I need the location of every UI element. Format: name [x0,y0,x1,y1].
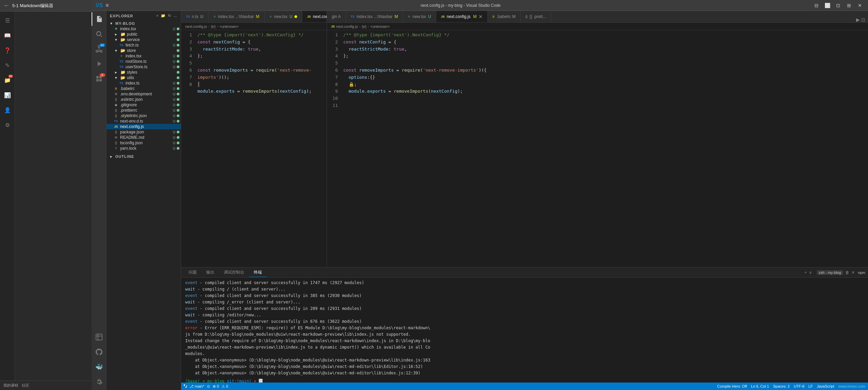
activity-docker[interactable]: 🐳 [92,360,107,374]
close-panel-btn[interactable]: ✕ [851,270,855,275]
panel-tab-problems[interactable]: 问题 [184,268,201,277]
tree-item-userstore[interactable]: TS userStore.ts U [107,64,181,70]
split-icon[interactable]: ⊡ [861,17,865,22]
tab-index-tsx-r[interactable]: TS index.tsx ...\\Navbar M [346,11,403,22]
tree-item-tsconfig[interactable]: {} tsconfig.json U [107,140,181,146]
activity-settings[interactable] [92,375,107,389]
tree-root[interactable]: ▾ MY-BLOG [107,21,181,26]
tab-modified: M [394,14,398,19]
svg-point-0 [97,32,101,36]
tab-next-config-r[interactable]: JS next.config.js M ✕ [436,11,488,22]
layout-btn-2[interactable]: ⬜ [823,2,831,9]
back-button[interactable]: ← [3,2,9,9]
tree-item-utils[interactable]: ▾ 📂 utils [107,75,181,80]
course-icon-book[interactable]: 📖 [1,29,14,41]
tab-prettier-r[interactable]: {} {} .prett... [521,11,551,22]
tree-item-prettierrc[interactable]: {} .prettierrc U [107,108,181,113]
menu-icon[interactable]: ≡ [105,2,109,8]
trash-btn[interactable]: 🗑 [845,270,849,275]
course-icon-data[interactable]: 📊 [1,89,14,101]
refresh-icon[interactable]: ↻ [168,14,171,18]
terminal-content[interactable]: event - compiled client and server succe… [181,278,868,383]
new-folder-icon[interactable]: 📁 [161,14,166,18]
tree-item-package-json[interactable]: {} package.json U [107,129,181,135]
course-icon-files[interactable]: 📁42 [1,74,14,86]
tab-new-tsx[interactable]: ⚛ new.tsx U [265,11,303,22]
tree-item-readme[interactable]: M README.md U [107,135,181,140]
tree-item-fetch-ts[interactable]: TS fetch.ts U [107,42,181,48]
more-actions-icon[interactable]: … [173,14,177,18]
activity-search[interactable] [92,27,107,41]
my-courses-link[interactable]: 我的课程 [3,383,18,388]
tree-item-index-tsx[interactable]: ⚛ index.tsx U [107,26,181,32]
activity-github[interactable] [92,345,107,359]
close-btn[interactable]: ✕ [856,2,864,9]
modified-dot [177,109,179,112]
sync-icon[interactable]: ⊙ [207,384,210,389]
tree-item-env-dev[interactable]: ⚙ .env.development U [107,91,181,97]
tab-next-config-left[interactable]: JS next.config.js [302,11,327,22]
tsx-icon: ⚛ [119,54,124,58]
tree-item-public[interactable]: ▸ 📁 public [107,32,181,37]
course-icon-profile[interactable]: 👤 [1,104,14,116]
activity-git[interactable]: 42 [92,42,107,56]
community-link[interactable]: 社区 [22,383,29,388]
tree-item-next-config[interactable]: JS next.config.js [107,124,181,129]
panel-tab-output[interactable]: 输出 [201,268,219,277]
tree-item-store[interactable]: ▾ 📂 store [107,48,181,53]
tree-item-styles[interactable]: ▸ 📁 styles [107,70,181,75]
activity-remote[interactable] [92,330,107,344]
branch-icon [184,384,188,388]
course-icon-settings[interactable]: ⚙ [1,119,14,131]
tab-gin-a[interactable]: gin A [327,11,346,22]
indentation[interactable]: Spaces: 2 [773,384,790,388]
layout-btn-1[interactable]: ⊟ [812,2,821,9]
language-mode[interactable]: JavaScript [817,384,834,388]
tree-item-stylelintrc[interactable]: {} .stylelintrc.json U [107,113,181,118]
error-count[interactable]: ⊗ 0 [213,384,219,389]
tab-n-ts[interactable]: TS n.ts U [181,11,209,22]
tab-index-tsx[interactable]: ⚛ index.tsx ...\\Navbar M [209,11,265,22]
tree-item-next-env[interactable]: TS next-env.d.ts U [107,118,181,124]
right-code-content[interactable]: /** @type {import('next').NextConfig} */… [341,30,868,267]
tree-item-yarn-lock[interactable]: Y yarn.lock U [107,146,181,151]
left-code-content[interactable]: /** @type {import('next').NextConfig} */… [195,30,327,267]
compile-hero[interactable]: Compile Hero: Off [717,384,747,388]
terminal-tag: zsh - my-blog [817,270,843,275]
activity-run[interactable] [92,57,107,71]
git-status[interactable]: ⎇ main* [184,384,204,389]
cursor-position[interactable]: Ln 6, Col 1 [751,384,769,388]
line-ending[interactable]: LF [808,384,813,388]
tree-item-rootstore[interactable]: TS rootStore.ts U [107,59,181,64]
run-icon[interactable]: ▶ [856,17,860,22]
activity-explorer[interactable] [92,12,107,26]
tab-close-btn[interactable]: ✕ [479,14,483,19]
course-icon-qa[interactable]: ❓ [1,44,14,56]
layout-btn-4[interactable]: ⊞ [845,2,853,9]
tree-item-gitignore[interactable]: ◉ .gitignore U [107,102,181,108]
course-icon-notes[interactable]: ✎ [1,59,14,71]
new-file-icon[interactable]: + [156,14,159,18]
tab-babelrc-r[interactable]: B .babelrc M [488,11,521,22]
encoding[interactable]: UTF-8 [794,384,804,388]
sidebar-icons: + 📁 ↻ … [156,14,177,18]
panel-tab-debug[interactable]: 调试控制台 [219,268,249,277]
layout-btn-3[interactable]: ⊡ [834,2,842,9]
tab-new-tsx-r[interactable]: ⚛ new.tsx U [403,11,436,22]
panel-tab-terminal[interactable]: 终端 [249,268,267,277]
tree-outline-header[interactable]: ▸ OUTLINE [107,154,181,159]
add-terminal-btn[interactable]: + [805,270,807,275]
tree-item-service[interactable]: ▾ 📂 service [107,37,181,42]
course-title: 5-1 Markdown编辑器 [12,3,53,9]
split-terminal-btn[interactable]: ∨ [809,270,812,275]
course-icon-menu[interactable]: ☰ [1,14,14,26]
file-name: tsconfig.json [120,141,172,145]
tree-item-babelrc[interactable]: B .babelrc U [107,86,181,91]
tree-item-store-index[interactable]: ⚛ index.tsx U [107,53,181,59]
tree-item-eslintrc[interactable]: {} .eslintrc.json U [107,97,181,102]
tree-item-utils-index[interactable]: TS index.ts U [107,80,181,86]
bc-sep2: › [368,24,369,29]
warning-count[interactable]: ⚠ 0 [221,384,228,389]
file-badge: U [173,119,175,123]
activity-extensions[interactable]: 1 [92,72,107,86]
